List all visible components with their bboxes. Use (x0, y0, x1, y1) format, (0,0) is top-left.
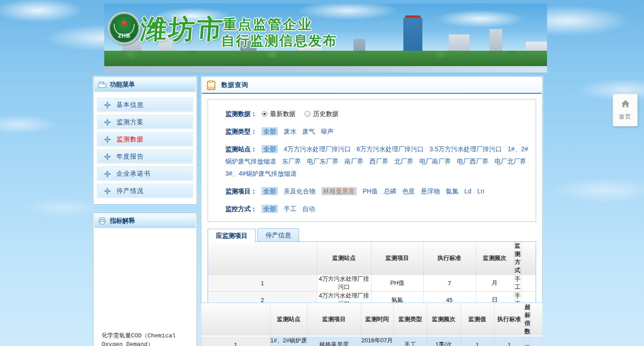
home-button[interactable]: 首页 (613, 94, 638, 126)
filter-box: 监测数据：最新数据历史数据 监测类型：全部废水废气噪声 监测站点：全部4万方污水… (208, 99, 536, 222)
compass-icon (104, 101, 111, 109)
filter-option[interactable]: 色度 (402, 187, 415, 195)
filter-option[interactable]: 电厂北厂界 (494, 158, 526, 165)
function-menu-title: 功能菜单 (110, 81, 135, 89)
filter-option[interactable]: Ln (477, 187, 484, 195)
ratio-cell: -- (524, 336, 530, 346)
sidebar-menu-item[interactable]: 监测方案 (97, 115, 193, 129)
column-header: 监测项目 (371, 242, 423, 275)
radio-option[interactable]: 最新数据 (261, 110, 295, 117)
compass-icon (104, 119, 111, 126)
filter-option[interactable]: 废水 (284, 128, 296, 135)
sidebar-menu-item[interactable]: 年度报告 (97, 149, 193, 163)
filter-option[interactable]: 汞及化合物 (284, 187, 315, 195)
filter-station-label: 监测站点： (225, 145, 257, 153)
filter-option[interactable]: 电厂西厂界 (457, 158, 489, 165)
filter-option[interactable]: 全部 (261, 145, 278, 153)
table2-header-row: 监测站点监测项目监测时间监测类型监测频次监测值执行标准超标倍数 (201, 303, 542, 336)
glossary-text-line2: Oxygen Demand） (102, 340, 192, 346)
filter-option[interactable]: 全部 (261, 187, 278, 195)
monitor-data-options: 最新数据历史数据 (261, 110, 348, 117)
table1-header-row: 监测站点监测项目执行标准监测频次监测方式 (208, 242, 536, 275)
filter-option[interactable]: 3.5万方污水处理厂排污口 (430, 145, 502, 153)
filter-option[interactable]: 东厂界 (282, 158, 301, 165)
function-menu-panel: 功能菜单 基本信息 监测方案 (93, 76, 197, 205)
method-cell: 手工 (514, 275, 521, 292)
filter-option[interactable]: Ld (464, 187, 471, 195)
results-table-panel: 监测站点监测项目监测时间监测类型监测频次监测值执行标准超标倍数 1 1#、2#锅… (201, 303, 543, 346)
tab[interactable]: 应监测项目 (208, 229, 256, 242)
sidebar-menu-item-label: 年度报告 (116, 153, 144, 161)
spacer-cell (530, 336, 542, 346)
compass-icon (104, 170, 111, 178)
filter-option[interactable]: 全部 (261, 127, 278, 135)
spacer-cell (521, 275, 536, 292)
filter-option[interactable]: 氨氮 (445, 187, 458, 195)
tab-bar: 应监测项目停产信息 (208, 228, 536, 241)
printer-icon (98, 217, 107, 225)
sidebar-menu-item-label: 企业承诺书 (116, 170, 150, 178)
data-query-header: 数据查询 (202, 77, 542, 94)
type-cell: 手工 (393, 336, 427, 346)
filter-option[interactable]: 全部 (261, 205, 278, 213)
filter-option[interactable]: 噪声 (321, 128, 334, 135)
filter-option[interactable]: 北厂界 (394, 158, 413, 165)
column-header: 监测站点 (270, 303, 307, 336)
compass-icon (104, 136, 111, 143)
radio-option-label: 最新数据 (270, 110, 295, 117)
filter-option[interactable]: 废气 (302, 128, 315, 135)
filter-option[interactable]: 电厂南厂界 (419, 158, 451, 165)
column-header (208, 242, 317, 275)
table-row[interactable]: 1 1#、2#锅炉废气排放烟道 林格曼黑度 2016年07月01日-09 手工 … (201, 336, 542, 346)
column-header: 监测站点 (317, 242, 371, 275)
filter-option[interactable]: 自动 (302, 205, 315, 212)
radio-option-label: 历史数据 (313, 110, 339, 117)
filter-option[interactable]: 4万方污水处理厂排污口 (284, 145, 351, 153)
sidebar-menu-item[interactable]: 基本信息 (97, 98, 193, 112)
banner-subtitle-1: 重点监管企业 (223, 15, 313, 34)
radio-option[interactable]: 历史数据 (305, 110, 339, 117)
trees-band (104, 51, 547, 67)
filter-option[interactable]: 南厂界 (344, 158, 363, 165)
epb-logo: ZHB (108, 12, 140, 44)
tab[interactable]: 停产信息 (257, 228, 299, 241)
compass-icon (104, 153, 111, 160)
banner-city-title: 潍坊市 (139, 12, 226, 47)
column-header: 监测时间 (361, 303, 393, 336)
column-header: 监测方式 (514, 242, 521, 275)
filter-row-mode: 监控方式：全部手工自动 (225, 203, 532, 215)
filter-option[interactable]: 悬浮物 (421, 187, 440, 195)
column-header: 执行标准 (423, 242, 475, 275)
function-menu-header: 功能菜单 (94, 77, 196, 92)
folder-icon (98, 82, 107, 88)
column-header: 监测频次 (427, 303, 460, 336)
filter-row-data: 监测数据：最新数据历史数据 (225, 108, 532, 120)
standard-cell: 1 (494, 336, 524, 346)
filter-option[interactable]: 林格曼黑度 (321, 187, 357, 195)
frequency-cell: 月 (475, 275, 514, 292)
glossary-header: 指标解释 (94, 214, 196, 228)
glossary-title: 指标解释 (110, 217, 135, 225)
filter-mode-label: 监控方式： (225, 205, 257, 212)
table-row[interactable]: 1 4万方污水处理厂排污口 PH值 7 月 手工 (208, 275, 536, 292)
sidebar-menu-item[interactable]: 停产情况 (97, 184, 193, 198)
filter-option[interactable]: 西厂界 (369, 158, 388, 165)
filter-option[interactable]: 3#、4#锅炉废气排放烟道 (225, 170, 296, 177)
sidebar-menu-item[interactable]: 监测数据 (97, 132, 193, 146)
row-number-cell: 1 (208, 275, 317, 292)
sidebar-menu-item-label: 基本信息 (116, 101, 144, 109)
sidebar-menu: 基本信息 监测方案 监测数据 (94, 92, 196, 203)
sidebar-menu-item[interactable]: 企业承诺书 (97, 167, 193, 181)
sidebar-menu-item-label: 停产情况 (116, 187, 144, 195)
filter-option[interactable]: 总磷 (383, 187, 396, 195)
filter-row-type: 监测类型：全部废水废气噪声 (225, 125, 532, 138)
filter-option[interactable]: PH值 (363, 187, 378, 195)
page-title: 数据查询 (221, 81, 248, 89)
home-button-label: 首页 (619, 113, 632, 121)
filter-option[interactable]: 6万方污水处理厂排污口 (357, 145, 424, 153)
filter-option[interactable]: 手工 (284, 205, 296, 212)
filter-option[interactable]: 电厂东厂界 (307, 158, 339, 165)
row-number-cell: 1 (201, 336, 270, 346)
glossary-body: 化学需氧量COD（Chemical Oxygen Demand） (94, 228, 196, 346)
column-header (530, 303, 542, 336)
